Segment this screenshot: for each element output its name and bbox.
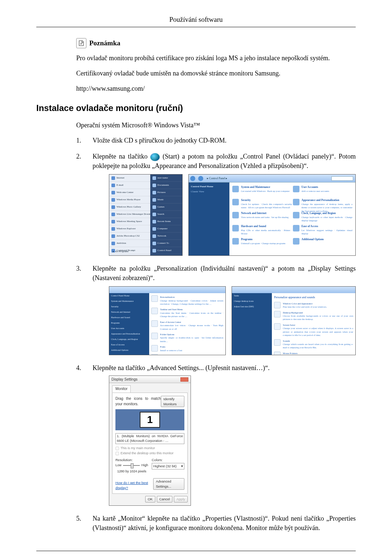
step-1: Vložte disk CD s příručkou do jednotky C… xyxy=(76,136,356,145)
ok-button: OK xyxy=(145,496,155,502)
forward-icon xyxy=(198,176,203,181)
step-2: Klepněte na tlačítko (Start) a potom na … xyxy=(76,152,356,256)
ds-low: Low xyxy=(115,463,122,468)
cp-sidebar-title: Control Panel Home xyxy=(191,185,227,188)
ds-device-select: 1. (Multiple Monitors) on NVIDIA GeForce… xyxy=(115,433,184,444)
step-2-text-a: Klepněte na tlačítko xyxy=(93,153,150,160)
figure-control-panel: ▸ Control Panel ▸ Control Panel Home Cla… xyxy=(188,174,356,256)
close-icon xyxy=(180,377,188,382)
ds-resolution-value: 1280 by 1024 pixels xyxy=(115,469,148,474)
cancel-button: Cancel xyxy=(157,496,173,502)
figure-appearance: Control Panel HomeSystem and Maintenance… xyxy=(109,286,226,355)
section-heading: Instalace ovladače monitoru (ruční) xyxy=(36,102,356,115)
note-icon xyxy=(76,38,86,48)
samsung-url: http://www.samsung.com/ xyxy=(76,84,352,93)
running-header: Používání softwaru xyxy=(36,15,356,27)
step-5: Na kartě „Monitor“ klepněte na tlačítko … xyxy=(76,514,356,533)
monitor-icon: 1 xyxy=(140,412,160,428)
ds-main-monitor-chk xyxy=(115,447,119,450)
note-text-2: Certifikovaný ovladač bude umístěn na do… xyxy=(76,69,352,78)
page-number: 19 xyxy=(36,551,356,554)
ds-colors-value: Highest (32 bit) xyxy=(153,464,176,469)
step-4-text: Klepněte na tlačítko „Advanced Settings.… xyxy=(93,364,270,372)
ds-chk1-label: This is my main monitor xyxy=(121,446,155,451)
step-4: Klepněte na tlačítko „Advanced Settings.… xyxy=(76,363,356,505)
identify-monitors-button: Identify Monitors xyxy=(161,396,184,407)
start-orb-icon xyxy=(150,153,160,161)
ds-colors-select: Highest (32 bit)▾ xyxy=(152,463,184,469)
resolution-slider xyxy=(123,465,140,466)
ds-help-link: How do I get the best display? xyxy=(115,480,153,491)
figure-start-menu: InternetE-mailWelcome CenterWindows Medi… xyxy=(109,174,183,256)
ds-colors-label: Colors: xyxy=(152,457,184,463)
ds-extend-chk xyxy=(115,452,119,455)
figure-personalization: TasksChange desktop iconsAdjust font siz… xyxy=(232,286,356,355)
note-text-1: Pro ovladač monitoru probíhá certifikace… xyxy=(76,53,352,63)
back-icon xyxy=(190,176,195,181)
ds-title: Display Settings xyxy=(111,377,138,382)
note-label: Poznámka xyxy=(89,38,121,48)
figure-display-settings: Display Settings Monitor Drag the icons … xyxy=(109,376,191,505)
apply-button: Apply xyxy=(174,496,188,502)
cp-sidebar-sub: Classic View xyxy=(191,190,227,193)
step-3: Klepněte na položku „Personalization (In… xyxy=(76,264,356,355)
all-programs: All Programs xyxy=(113,250,128,253)
breadcrumb: ▸ Control Panel ▸ xyxy=(205,176,331,181)
search-input xyxy=(331,176,353,181)
ds-resolution-label: Resolution: xyxy=(115,457,148,463)
os-line: Operační systém Microsoft® Windows Vista… xyxy=(76,120,356,130)
ds-high: High xyxy=(141,463,148,468)
ds-drag-text: Drag the icons to match your monitors. xyxy=(115,396,161,407)
ds-tab-monitor: Monitor xyxy=(112,385,131,393)
step-3-text: Klepněte na položku „Personalization (In… xyxy=(93,265,356,282)
advanced-settings-button: Advanced Settings... xyxy=(153,478,184,490)
ds-chk2-label: Extend the desktop onto this monitor xyxy=(121,451,173,456)
